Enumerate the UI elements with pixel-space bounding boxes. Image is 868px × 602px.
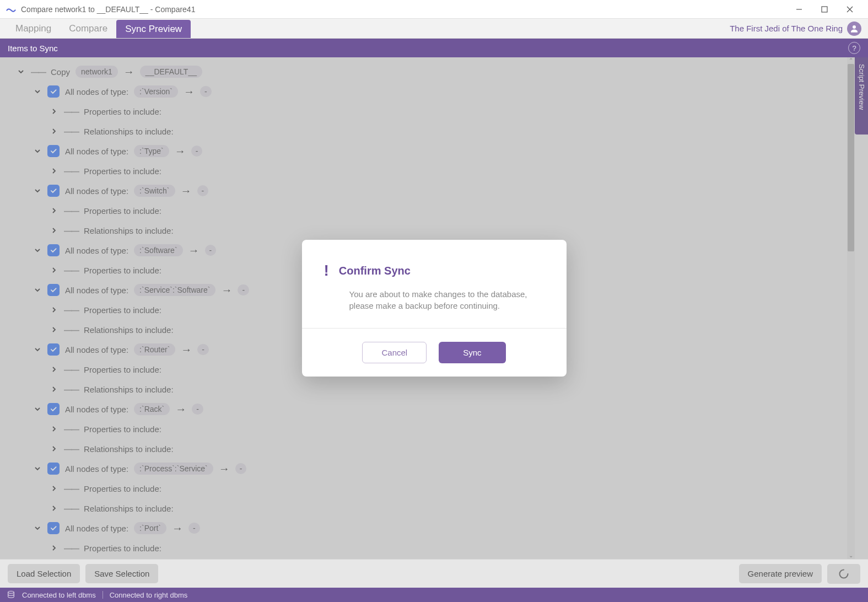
svg-point-4 [853, 25, 856, 29]
titlebar: Compare network1 to __DEFAULT__ - Compar… [0, 0, 868, 19]
generate-preview-button[interactable]: Generate preview [739, 564, 822, 583]
spinner [827, 564, 860, 584]
help-icon[interactable]: ? [848, 42, 860, 54]
svg-point-5 [8, 591, 14, 593]
status-bar: Connected to left dbms Connected to righ… [0, 588, 868, 602]
exclamation-icon: ! [324, 262, 329, 280]
modal-title: Confirm Sync [339, 265, 411, 277]
action-bar: Load Selection Save Selection Generate p… [0, 559, 868, 588]
nav-tabs: Mapping Compare Sync Preview The First J… [0, 19, 868, 39]
sync-button[interactable]: Sync [439, 342, 505, 363]
modal-text: You are about to make changes to the dat… [324, 288, 544, 311]
modal-overlay: ! Confirm Sync You are about to make cha… [0, 57, 868, 559]
close-button[interactable] [837, 0, 862, 19]
status-right: Connected to right dbms [110, 591, 188, 599]
avatar-icon [847, 22, 861, 36]
app-icon [6, 4, 17, 15]
cancel-button[interactable]: Cancel [362, 342, 427, 363]
confirm-sync-modal: ! Confirm Sync You are about to make cha… [302, 240, 567, 377]
tab-mapping[interactable]: Mapping [7, 19, 60, 38]
svg-rect-1 [822, 7, 827, 12]
status-left: Connected to left dbms [22, 591, 96, 599]
user-name: The First Jedi of The One Ring [730, 24, 843, 33]
load-selection-button[interactable]: Load Selection [8, 564, 80, 583]
user-area[interactable]: The First Jedi of The One Ring [723, 19, 868, 38]
save-selection-button[interactable]: Save Selection [85, 564, 158, 583]
section-title: Items to Sync [8, 44, 58, 53]
window-title: Compare network1 to __DEFAULT__ - Compar… [21, 5, 195, 14]
tab-compare[interactable]: Compare [60, 19, 116, 38]
database-icon [7, 590, 15, 599]
section-header: Items to Sync ? [0, 39, 868, 57]
minimize-button[interactable] [786, 0, 812, 19]
tab-sync-preview[interactable]: Sync Preview [116, 20, 191, 38]
maximize-button[interactable] [812, 0, 837, 19]
